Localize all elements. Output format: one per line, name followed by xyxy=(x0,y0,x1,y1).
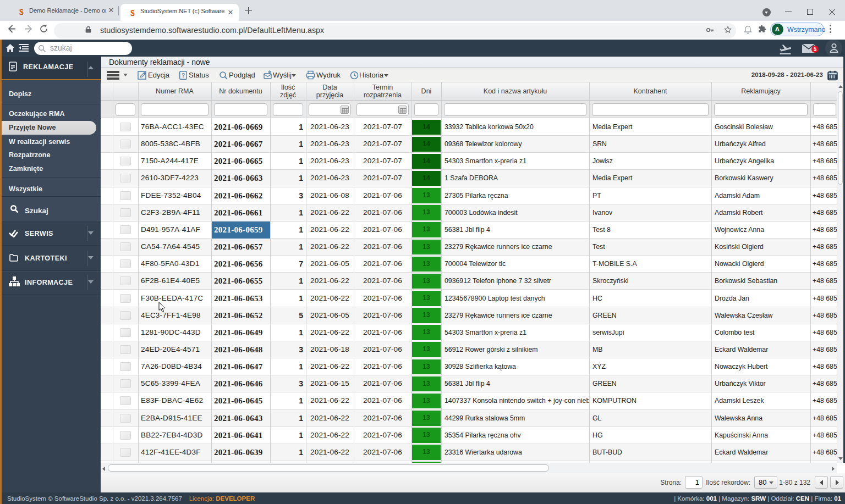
svg-text:?: ? xyxy=(182,72,185,78)
